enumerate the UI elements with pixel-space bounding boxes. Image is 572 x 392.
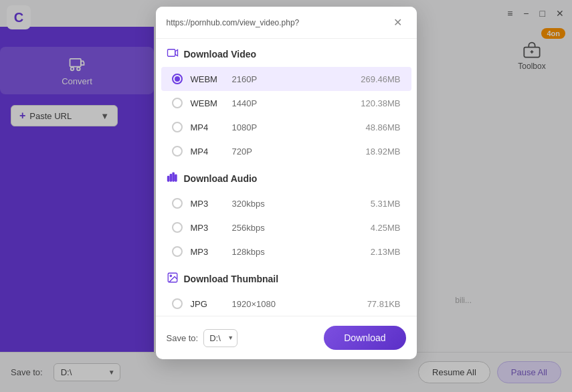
- modal-close-button[interactable]: ✕: [389, 15, 406, 30]
- svg-rect-8: [170, 175, 171, 182]
- thumbnail-option-0[interactable]: JPG 1920×1080 77.81KB: [161, 292, 411, 316]
- option-format-a2: MP3: [191, 247, 224, 257]
- modal-save-label: Save to:: [167, 333, 199, 343]
- option-size-v1: 120.38MB: [361, 98, 400, 108]
- modal-body: Download Video WEBM 2160P 269.46MB WEBM …: [156, 39, 417, 316]
- svg-rect-7: [167, 177, 169, 182]
- radio-audio-0[interactable]: [172, 198, 183, 209]
- option-quality-v1: 1440P: [232, 98, 353, 108]
- option-quality-t0: 1920×1080: [232, 299, 359, 309]
- radio-video-0[interactable]: [172, 74, 183, 84]
- option-size-a2: 2.13MB: [371, 247, 401, 257]
- svg-rect-9: [173, 173, 174, 181]
- option-format-v2: MP4: [191, 122, 224, 132]
- radio-video-1[interactable]: [172, 98, 183, 108]
- video-section-title: Download Video: [184, 49, 257, 60]
- video-section-icon: [167, 47, 179, 62]
- video-section-header: Download Video: [156, 39, 417, 67]
- option-size-a0: 5.31MB: [371, 199, 401, 209]
- video-option-1[interactable]: WEBM 1440P 120.38MB: [161, 91, 411, 115]
- svg-rect-6: [167, 50, 175, 57]
- radio-audio-2[interactable]: [172, 246, 183, 257]
- option-format-v3: MP4: [191, 146, 224, 157]
- modal-footer: Save to: D:\ Download: [156, 316, 417, 359]
- option-quality-a1: 256kbps: [232, 223, 363, 233]
- option-format-v0: WEBM: [191, 74, 224, 84]
- modal-url: https://pornhub.com/view_video.php?: [167, 18, 389, 27]
- download-modal: https://pornhub.com/view_video.php? ✕ Do…: [156, 7, 417, 359]
- thumbnail-section-icon: [167, 272, 179, 286]
- thumbnail-section-title: Download Thumbnail: [184, 274, 279, 284]
- radio-audio-1[interactable]: [172, 222, 183, 233]
- modal-header: https://pornhub.com/view_video.php? ✕: [156, 7, 417, 39]
- modal-save-select[interactable]: D:\: [203, 329, 237, 347]
- option-quality-v0: 2160P: [232, 74, 353, 84]
- video-option-2[interactable]: MP4 1080P 48.86MB: [161, 115, 411, 139]
- video-option-3[interactable]: MP4 720P 18.92MB: [161, 139, 411, 163]
- modal-overlay: https://pornhub.com/view_video.php? ✕ Do…: [0, 0, 572, 392]
- option-quality-a0: 320kbps: [232, 199, 363, 209]
- option-size-v3: 18.92MB: [365, 146, 400, 157]
- modal-save-wrapper: D:\: [203, 329, 237, 347]
- option-format-v1: WEBM: [191, 98, 224, 108]
- radio-video-3[interactable]: [172, 146, 183, 157]
- option-format-a0: MP3: [191, 199, 224, 209]
- option-format-t0: JPG: [191, 299, 224, 309]
- audio-section-header: Download Audio: [156, 163, 417, 191]
- svg-point-12: [170, 275, 171, 276]
- video-option-0[interactable]: WEBM 2160P 269.46MB: [161, 67, 411, 91]
- option-size-v2: 48.86MB: [365, 122, 400, 132]
- audio-option-0[interactable]: MP3 320kbps 5.31MB: [161, 191, 411, 215]
- option-size-a1: 4.25MB: [371, 223, 401, 233]
- option-quality-v2: 1080P: [232, 122, 358, 132]
- download-button[interactable]: Download: [324, 326, 405, 350]
- option-quality-v3: 720P: [232, 146, 358, 157]
- option-size-v0: 269.46MB: [361, 74, 400, 84]
- modal-save-to: Save to: D:\: [167, 329, 238, 347]
- audio-option-2[interactable]: MP3 128kbps 2.13MB: [161, 239, 411, 264]
- thumbnail-section-header: Download Thumbnail: [156, 264, 417, 292]
- option-format-a1: MP3: [191, 223, 224, 233]
- option-quality-a2: 128kbps: [232, 247, 363, 257]
- radio-thumb-0[interactable]: [172, 298, 183, 309]
- svg-rect-10: [175, 175, 176, 181]
- audio-section-icon: [167, 171, 179, 186]
- radio-video-2[interactable]: [172, 122, 183, 132]
- option-size-t0: 77.81KB: [367, 299, 401, 309]
- audio-section-title: Download Audio: [184, 173, 258, 184]
- audio-option-1[interactable]: MP3 256kbps 4.25MB: [161, 215, 411, 239]
